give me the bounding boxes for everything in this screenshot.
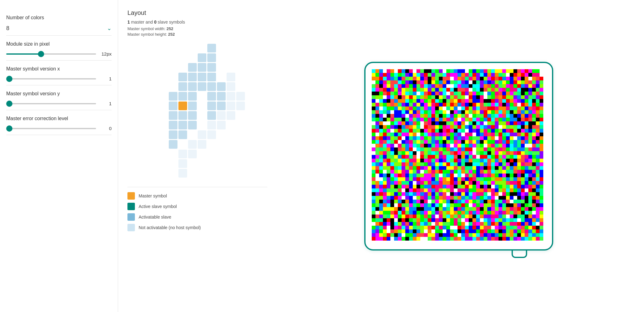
grid-cell	[169, 140, 177, 149]
grid-cell	[140, 44, 149, 52]
grid-cell	[150, 121, 158, 129]
grid-cell	[236, 63, 245, 72]
module-size-slider[interactable]	[6, 53, 96, 55]
grid-cell	[217, 130, 226, 139]
grid-cell	[188, 63, 197, 72]
grid-cell	[178, 53, 187, 62]
symbol-height-detail: Master symbol height: 252	[127, 32, 267, 37]
grid-cell	[159, 63, 168, 72]
grid-cell	[188, 169, 197, 178]
grid-cell	[236, 150, 245, 158]
grid-cell	[169, 73, 177, 81]
grid-cell	[207, 63, 216, 72]
num-colors-label: Number of colors	[6, 15, 112, 20]
right-panel	[274, 0, 644, 312]
grid-cell	[140, 92, 149, 101]
legend-label-activatable: Activatable slave	[139, 215, 171, 219]
grid-cell	[198, 130, 206, 139]
module-size-slider-row: 12px	[6, 51, 112, 57]
legend-label-not-activatable: Not activatable (no host symbol)	[139, 225, 201, 230]
grid-cell	[236, 44, 245, 52]
grid-cell	[198, 102, 206, 110]
grid-cell	[159, 44, 168, 52]
grid-cell	[236, 92, 245, 101]
grid-cell	[236, 169, 245, 178]
grid-cell	[150, 73, 158, 81]
grid-cell	[198, 92, 206, 101]
grid-cell	[227, 73, 235, 81]
master-error-correction-label: Master error correction level	[6, 116, 112, 121]
grid-cell	[236, 121, 245, 129]
grid-cell	[178, 159, 187, 168]
master-count: 1	[127, 20, 130, 25]
grid-cell	[246, 140, 255, 149]
grid-cell	[188, 102, 197, 110]
grid-cell	[227, 111, 235, 120]
grid-cell	[140, 111, 149, 120]
grid-cell	[150, 53, 158, 62]
grid-cell	[198, 169, 206, 178]
num-colors-select[interactable]: 8 ⌄	[6, 25, 112, 32]
grid-cell	[207, 92, 216, 101]
grid-cell	[169, 130, 177, 139]
grid-cell	[159, 92, 168, 101]
legend-label-master: Master symbol	[139, 193, 167, 198]
grid-cell	[227, 140, 235, 149]
grid-cell	[169, 53, 177, 62]
grid-cell	[227, 63, 235, 72]
master-version-y-group: Master symbol version y 1	[6, 85, 112, 110]
grid-cell	[227, 150, 235, 158]
grid-cell	[178, 150, 187, 158]
grid-cell	[217, 140, 226, 149]
legend-item-master: Master symbol	[127, 192, 267, 200]
grid-cell	[217, 159, 226, 168]
grid-cell	[188, 130, 197, 139]
num-colors-group: Number of colors 8 ⌄	[6, 9, 112, 36]
grid-cell	[159, 73, 168, 81]
grid-cell	[198, 82, 206, 91]
module-size-label: Module size in pixel	[6, 41, 112, 47]
legend-item-not-activatable: Not activatable (no host symbol)	[127, 224, 267, 231]
grid-cell	[188, 159, 197, 168]
grid-cell	[207, 53, 216, 62]
grid-cell	[188, 73, 197, 81]
legend: Master symbol Active slave symbol Activa…	[127, 187, 267, 231]
grid-cell	[188, 140, 197, 149]
master-error-correction-slider[interactable]	[6, 128, 96, 129]
grid-cell	[159, 53, 168, 62]
grid-cell	[207, 111, 216, 120]
grid-cell	[246, 111, 255, 120]
grid-cell	[207, 150, 216, 158]
chevron-down-icon[interactable]: ⌄	[107, 25, 112, 32]
grid-cell	[178, 92, 187, 101]
module-size-group: Module size in pixel 12px	[6, 36, 112, 61]
grid-cell	[150, 111, 158, 120]
grid-cell	[217, 150, 226, 158]
grid-cell	[150, 82, 158, 91]
grid-cell	[236, 73, 245, 81]
grid-cell	[188, 92, 197, 101]
master-version-y-slider[interactable]	[6, 103, 96, 104]
legend-swatch-not-activatable	[127, 224, 135, 231]
master-version-x-slider[interactable]	[6, 78, 96, 79]
grid-cell	[159, 169, 168, 178]
grid-cell	[169, 159, 177, 168]
grid-cell	[159, 111, 168, 120]
grid-cell	[169, 82, 177, 91]
grid-cell	[207, 82, 216, 91]
grid-cell	[246, 102, 255, 110]
module-size-value: 12px	[99, 51, 112, 57]
middle-panel: Layout 1 master and 0 slave symbols Mast…	[118, 0, 274, 312]
grid-cell	[150, 130, 158, 139]
grid-cell	[198, 53, 206, 62]
grid-cell	[198, 159, 206, 168]
grid-cell	[227, 82, 235, 91]
grid-cell	[246, 53, 255, 62]
grid-cell	[217, 53, 226, 62]
grid-cell	[169, 92, 177, 101]
grid-cell	[217, 44, 226, 52]
grid-cell	[178, 130, 187, 139]
grid-cell	[246, 121, 255, 129]
grid-cell	[140, 63, 149, 72]
grid-cell	[188, 150, 197, 158]
